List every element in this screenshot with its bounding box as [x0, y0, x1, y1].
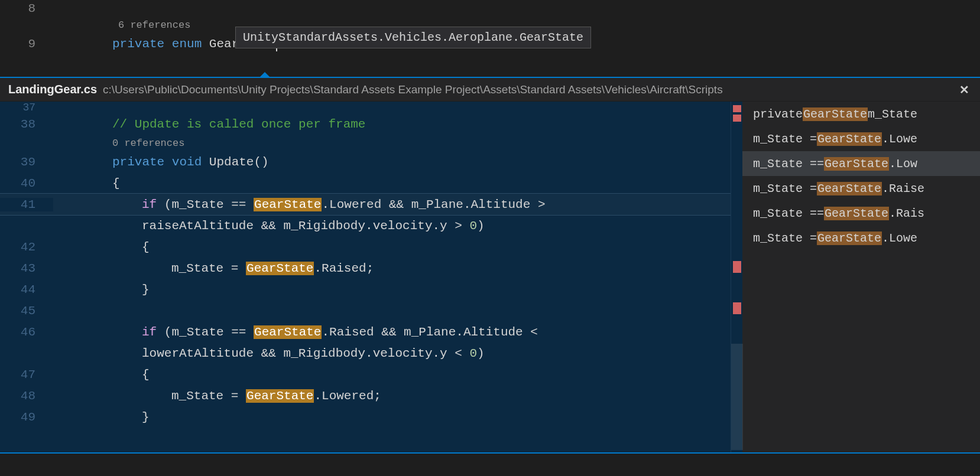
highlight-gearstate: GearState [817, 182, 882, 195]
code-content[interactable]: } [53, 410, 731, 424]
peek-divider-bottom [0, 452, 980, 454]
hover-tooltip: UnityStandardAssets.Vehicles.Aeroplane.G… [235, 27, 591, 48]
line-number: 47 [0, 368, 53, 382]
line-number: 39 [0, 155, 53, 169]
line-number: 9 [0, 37, 53, 51]
keyword-if: if [142, 198, 157, 211]
line-number: 38 [0, 118, 53, 131]
code-line: 43 m_State = GearState.Raised; [0, 257, 731, 279]
code-line: 44 } [0, 279, 731, 300]
code-line: 47 { [0, 364, 731, 385]
peek-reference-item[interactable]: m_State = GearState.Lowe [742, 126, 980, 151]
peek-reference-list[interactable]: private GearState m_Statem_State = GearS… [742, 102, 980, 452]
definition-pane: 8 6 references 9 private enum GearState … [0, 0, 980, 77]
code-content[interactable]: { [53, 177, 731, 190]
comment: // Update is called once per frame [112, 118, 365, 131]
method-update: Update [209, 155, 254, 169]
code-line-current: 41 if (m_State == GearState.Lowered && m… [0, 194, 731, 215]
peek-reference-item[interactable]: m_State = GearState.Lowe [742, 226, 980, 250]
line-number: 41 [0, 198, 53, 211]
line-number: 8 [0, 2, 53, 15]
code-line: 46 if (m_State == GearState.Raised && m_… [0, 321, 731, 343]
code-content[interactable]: private void Update() [53, 155, 731, 169]
close-icon[interactable]: ✕ [959, 83, 969, 97]
line-number: 43 [0, 262, 53, 275]
code-content[interactable]: { [53, 240, 731, 254]
line-number: 42 [0, 240, 53, 254]
code-content[interactable]: raiseAtAltitude && m_Rigidbody.velocity.… [53, 219, 731, 233]
overview-ruler[interactable] [731, 102, 742, 452]
line-number: 46 [0, 325, 53, 339]
highlight-gearstate: GearState [824, 207, 889, 220]
code-content[interactable]: lowerAtAltitude && m_Rigidbody.velocity.… [53, 347, 731, 360]
code-line: 39 private void Update() [0, 151, 731, 172]
code-line: 38 // Update is called once per frame [0, 113, 731, 135]
highlight-gearstate: GearState [254, 325, 322, 339]
highlight-gearstate: GearState [803, 107, 868, 121]
keyword-private: private [112, 155, 164, 169]
line-number: 49 [0, 410, 53, 424]
code-line: 42 { [0, 236, 731, 257]
ruler-marker[interactable] [733, 105, 741, 112]
keyword-if: if [142, 325, 157, 339]
line-number: 44 [0, 283, 53, 296]
code-content[interactable]: m_State = GearState.Lowered; [53, 389, 731, 403]
ruler-thumb[interactable] [731, 344, 743, 450]
code-line: 40 { [0, 172, 731, 194]
peek-body: 37 38 // Update is called once per frame… [0, 102, 980, 452]
highlight-gearstate: GearState [824, 157, 889, 171]
peek-indicator-icon [260, 72, 270, 77]
highlight-gearstate: GearState [817, 232, 882, 245]
keyword-enum: enum [172, 37, 202, 51]
code-line: 45 [0, 300, 731, 321]
peek-filepath: c:\Users\Public\Documents\Unity Projects… [103, 83, 723, 96]
ruler-marker[interactable] [733, 302, 741, 314]
code-line: lowerAtAltitude && m_Rigidbody.velocity.… [0, 343, 731, 364]
code-line: 8 [0, 0, 980, 17]
line-number: 40 [0, 177, 53, 190]
code-content[interactable]: if (m_State == GearState.Raised && m_Pla… [53, 325, 731, 339]
code-line: raiseAtAltitude && m_Rigidbody.velocity.… [0, 215, 731, 236]
peek-reference-item[interactable]: m_State = GearState.Raise [742, 176, 980, 201]
line-number: 37 [0, 102, 53, 113]
codelens-references[interactable]: 0 references [53, 138, 731, 149]
code-content[interactable]: { [53, 368, 731, 382]
code-line: 49 } [0, 406, 731, 428]
highlight-gearstate: GearState [254, 198, 322, 211]
keyword-private: private [112, 37, 164, 51]
line-number: 45 [0, 304, 53, 318]
code-content[interactable]: m_State = GearState.Raised; [53, 262, 731, 275]
ruler-marker[interactable] [733, 261, 741, 273]
code-line: 48 m_State = GearState.Lowered; [0, 385, 731, 406]
peek-reference-item[interactable]: private GearState m_State [742, 102, 980, 126]
highlight-gearstate: GearState [246, 389, 314, 403]
ruler-marker[interactable] [733, 115, 741, 122]
peek-filename[interactable]: LandingGear.cs [8, 83, 97, 96]
code-content[interactable]: if (m_State == GearState.Lowered && m_Pl… [53, 198, 731, 211]
keyword-void: void [172, 155, 202, 169]
code-content[interactable]: // Update is called once per frame [53, 118, 731, 131]
peek-reference-item[interactable]: m_State == GearState.Rais [742, 201, 980, 226]
code-content[interactable]: } [53, 283, 731, 296]
highlight-gearstate: GearState [246, 262, 314, 275]
peek-reference-item[interactable]: m_State == GearState.Low [742, 151, 980, 176]
codelens-line: 0 references [0, 135, 731, 151]
peek-editor[interactable]: 37 38 // Update is called once per frame… [0, 102, 731, 452]
line-number: 48 [0, 389, 53, 403]
peek-file-header: LandingGear.cs c:\Users\Public\Documents… [0, 78, 980, 102]
highlight-gearstate: GearState [817, 132, 882, 146]
